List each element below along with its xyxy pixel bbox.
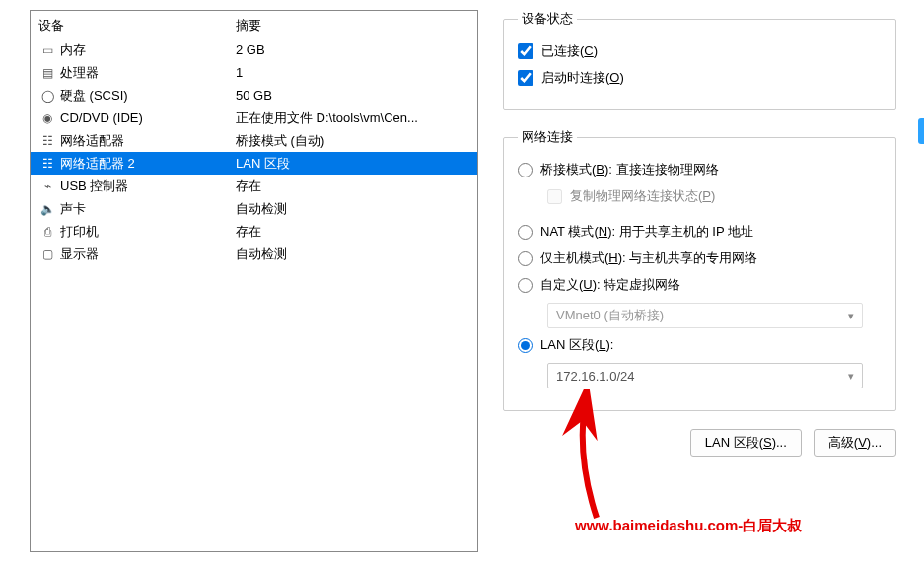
chevron-down-icon: ▾ xyxy=(848,310,854,322)
lan-segment-radio[interactable] xyxy=(518,338,533,353)
device-summary: 自动检测 xyxy=(236,200,469,218)
device-label: 声卡 xyxy=(60,200,236,218)
printer-icon: ⎙ xyxy=(38,225,56,239)
device-summary: 2 GB xyxy=(236,42,469,57)
device-row[interactable]: ◉CD/DVD (IDE)正在使用文件 D:\tools\vm\Cen... xyxy=(31,106,477,129)
device-summary: LAN 区段 xyxy=(236,155,469,173)
device-summary: 存在 xyxy=(236,177,469,195)
replicate-state-checkbox xyxy=(547,189,562,204)
device-row[interactable]: ▤处理器1 xyxy=(31,61,477,84)
device-summary: 自动检测 xyxy=(236,246,469,263)
device-label: 硬盘 (SCSI) xyxy=(60,87,236,105)
device-row[interactable]: ☷网络适配器 2LAN 区段 xyxy=(31,152,477,175)
lan-segment-dropdown[interactable]: 172.16.1.0/24 ▾ xyxy=(547,363,863,388)
device-label: 处理器 xyxy=(60,64,236,82)
device-row[interactable]: ⌁USB 控制器存在 xyxy=(31,175,477,197)
custom-radio[interactable] xyxy=(518,278,533,293)
replicate-state-label: 复制物理网络连接状态(P) xyxy=(570,187,715,205)
network-connection-legend: 网络连接 xyxy=(518,128,577,146)
device-summary: 桥接模式 (自动) xyxy=(236,132,469,150)
nat-label: NAT 模式(N): 用于共享主机的 IP 地址 xyxy=(540,223,753,241)
connect-on-start-label: 启动时连接(O) xyxy=(541,69,624,87)
chevron-down-icon: ▾ xyxy=(848,370,854,383)
vmnet-dropdown: VMnet0 (自动桥接) ▾ xyxy=(547,303,863,328)
device-summary: 存在 xyxy=(236,223,469,241)
network-connection-group: 网络连接 桥接模式(B): 直接连接物理网络 复制物理网络连接状态(P) NAT… xyxy=(503,128,896,411)
net-icon: ☷ xyxy=(38,157,56,171)
device-row[interactable]: 🔈声卡自动检测 xyxy=(31,197,477,220)
nat-radio[interactable] xyxy=(518,225,533,240)
cpu-icon: ▤ xyxy=(38,66,56,80)
device-label: 显示器 xyxy=(60,246,236,263)
summary-col-header: 摘要 xyxy=(236,17,469,35)
device-label: 网络适配器 2 xyxy=(60,155,236,173)
connected-checkbox[interactable] xyxy=(518,43,533,59)
device-label: CD/DVD (IDE) xyxy=(60,110,236,125)
usb-icon: ⌁ xyxy=(38,179,56,193)
bridged-radio[interactable] xyxy=(518,163,533,177)
display-icon: ▢ xyxy=(38,247,56,261)
device-list-header: 设备 摘要 xyxy=(31,11,477,38)
memory-icon: ▭ xyxy=(38,43,56,57)
scrollbar-indicator[interactable] xyxy=(918,118,924,144)
device-label: USB 控制器 xyxy=(60,177,236,195)
device-row[interactable]: ⎙打印机存在 xyxy=(31,220,477,243)
device-label: 网络适配器 xyxy=(60,132,236,150)
device-row[interactable]: ▢显示器自动检测 xyxy=(31,243,477,265)
disk-icon: ◯ xyxy=(38,89,56,103)
device-summary: 50 GB xyxy=(236,88,469,103)
device-row[interactable]: ☷网络适配器桥接模式 (自动) xyxy=(31,129,477,152)
connect-on-start-checkbox[interactable] xyxy=(518,70,533,86)
device-row[interactable]: ◯硬盘 (SCSI)50 GB xyxy=(31,84,477,106)
net-icon: ☷ xyxy=(38,134,56,148)
lan-segments-button[interactable]: LAN 区段(S)... xyxy=(690,429,802,457)
sound-icon: 🔈 xyxy=(38,202,56,216)
bridged-label: 桥接模式(B): 直接连接物理网络 xyxy=(540,161,719,178)
lan-segment-label: LAN 区段(L): xyxy=(540,336,613,354)
device-status-legend: 设备状态 xyxy=(518,10,577,28)
cd-icon: ◉ xyxy=(38,111,56,125)
device-summary: 1 xyxy=(236,65,469,80)
lan-segment-value: 172.16.1.0/24 xyxy=(556,369,635,384)
watermark-text: www.baimeidashu.com-白眉大叔 xyxy=(575,517,802,535)
advanced-button[interactable]: 高级(V)... xyxy=(814,429,896,457)
custom-label: 自定义(U): 特定虚拟网络 xyxy=(540,276,680,294)
device-summary: 正在使用文件 D:\tools\vm\Cen... xyxy=(236,109,469,127)
connected-label: 已连接(C) xyxy=(541,42,598,60)
device-row[interactable]: ▭内存2 GB xyxy=(31,38,477,61)
device-label: 内存 xyxy=(60,41,236,59)
device-col-header: 设备 xyxy=(38,17,236,35)
device-label: 打印机 xyxy=(60,223,236,241)
vmnet-value: VMnet0 (自动桥接) xyxy=(556,307,664,324)
device-list: 设备 摘要 ▭内存2 GB▤处理器1◯硬盘 (SCSI)50 GB◉CD/DVD… xyxy=(30,10,478,552)
device-status-group: 设备状态 已连接(C) 启动时连接(O) xyxy=(503,10,896,110)
hostonly-label: 仅主机模式(H): 与主机共享的专用网络 xyxy=(540,249,757,267)
hostonly-radio[interactable] xyxy=(518,251,533,266)
